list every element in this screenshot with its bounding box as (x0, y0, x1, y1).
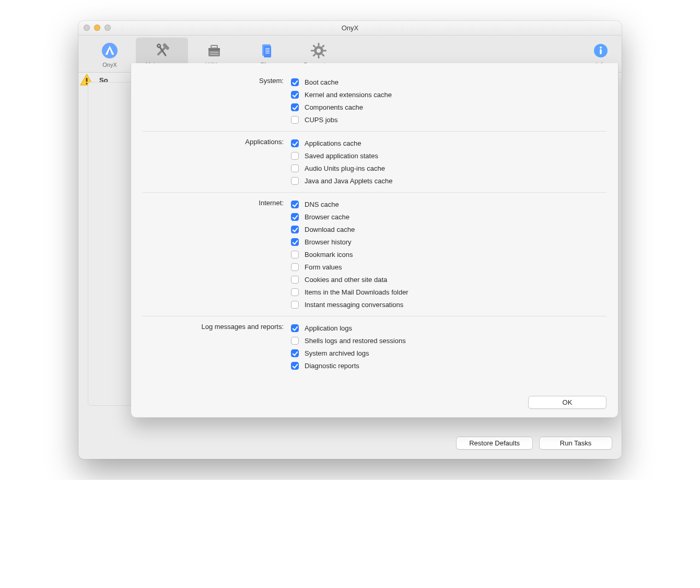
section-label: Log messages and reports: (143, 322, 289, 331)
app-window: OnyX OnyX (78, 21, 622, 459)
option-row[interactable]: Browser cache (289, 210, 606, 223)
option-label: Browser history (305, 238, 352, 246)
option-row[interactable]: Audio Units plug-ins cache (289, 162, 606, 174)
option-label: Cookies and other site data (305, 276, 387, 284)
option-checkbox[interactable] (291, 139, 299, 147)
footer-buttons: Restore Defaults Run Tasks (456, 437, 612, 450)
option-checkbox[interactable] (291, 324, 299, 332)
option-row[interactable]: Form values (289, 261, 606, 273)
svg-rect-18 (318, 43, 320, 46)
section-options: Applications cacheSaved application stat… (289, 137, 606, 187)
option-checkbox[interactable] (291, 288, 299, 296)
option-label: System archived logs (305, 349, 369, 357)
option-row[interactable]: Components cache (289, 101, 606, 113)
titlebar: OnyX (78, 21, 622, 36)
option-row[interactable]: CUPS jobs (289, 113, 606, 126)
close-window-button[interactable] (84, 25, 90, 31)
option-label: Applications cache (305, 139, 361, 147)
section: Log messages and reports:Application log… (143, 316, 606, 377)
window-title: OnyX (342, 24, 359, 32)
option-checkbox[interactable] (291, 213, 299, 221)
run-tasks-button[interactable]: Run Tasks (539, 437, 612, 450)
option-row[interactable]: Java and Java Applets cache (289, 174, 606, 187)
option-checkbox[interactable] (291, 238, 299, 246)
option-row[interactable]: Diagnostic reports (289, 359, 606, 372)
option-row[interactable]: Application logs (289, 322, 606, 334)
info-icon (585, 41, 616, 61)
ok-button[interactable]: OK (528, 396, 606, 409)
option-row[interactable]: Bookmark icons (289, 248, 606, 261)
option-checkbox[interactable] (291, 337, 299, 345)
option-row[interactable]: Cookies and other site data (289, 273, 606, 286)
option-checkbox[interactable] (291, 226, 299, 233)
onyx-icon (84, 41, 136, 61)
option-row[interactable]: Saved application states (289, 149, 606, 162)
svg-rect-29 (600, 49, 601, 54)
tools-icon (136, 41, 188, 61)
option-row[interactable]: System archived logs (289, 347, 606, 359)
options-sheet: System:Boot cacheKernel and extensions c… (131, 63, 619, 418)
option-checkbox[interactable] (291, 116, 299, 124)
option-label: Browser cache (305, 213, 349, 221)
svg-point-26 (317, 49, 321, 53)
option-checkbox[interactable] (291, 91, 299, 99)
option-row[interactable]: Browser history (289, 236, 606, 248)
svg-rect-16 (265, 53, 270, 54)
option-row[interactable]: Instant messaging conversations (289, 298, 606, 311)
option-checkbox[interactable] (291, 263, 299, 271)
option-label: Application logs (305, 324, 352, 332)
section-options: Application logsShells logs and restored… (289, 322, 606, 372)
option-row[interactable]: Boot cache (289, 76, 606, 88)
option-checkbox[interactable] (291, 301, 299, 309)
minimize-window-button[interactable] (94, 25, 100, 31)
option-checkbox[interactable] (291, 78, 299, 86)
svg-rect-19 (318, 55, 320, 58)
option-label: Shells logs and restored sessions (305, 337, 406, 345)
svg-rect-13 (265, 48, 270, 49)
option-row[interactable]: DNS cache (289, 198, 606, 210)
option-label: CUPS jobs (305, 116, 338, 124)
traffic-lights (84, 25, 111, 31)
svg-rect-21 (323, 50, 326, 52)
option-label: Form values (305, 263, 342, 271)
option-label: Boot cache (305, 78, 339, 86)
svg-point-0 (102, 43, 118, 58)
toolbar-item-onyx[interactable]: OnyX (84, 38, 136, 69)
option-label: Java and Java Applets cache (305, 177, 392, 185)
option-checkbox[interactable] (291, 362, 299, 370)
option-label: Saved application states (305, 152, 378, 160)
option-row[interactable]: Kernel and extensions cache (289, 88, 606, 101)
option-checkbox[interactable] (291, 152, 299, 160)
svg-rect-8 (211, 45, 217, 48)
svg-rect-15 (265, 51, 270, 52)
section-label: Internet: (143, 198, 289, 207)
option-row[interactable]: Shells logs and restored sessions (289, 334, 606, 347)
option-row[interactable]: Download cache (289, 223, 606, 236)
option-label: DNS cache (305, 201, 339, 208)
option-checkbox[interactable] (291, 201, 299, 208)
section-label: Applications: (143, 137, 289, 146)
option-checkbox[interactable] (291, 276, 299, 284)
section-options: DNS cacheBrowser cacheDownload cacheBrow… (289, 198, 606, 311)
zoom-window-button[interactable] (104, 25, 111, 31)
svg-rect-20 (311, 50, 314, 52)
option-checkbox[interactable] (291, 164, 299, 172)
option-label: Items in the Mail Downloads folder (305, 288, 409, 296)
option-label: Diagnostic reports (305, 362, 359, 370)
option-row[interactable]: Applications cache (289, 137, 606, 149)
section: System:Boot cacheKernel and extensions c… (143, 70, 606, 131)
section: Internet:DNS cacheBrowser cacheDownload … (143, 192, 606, 316)
option-row[interactable]: Items in the Mail Downloads folder (289, 286, 606, 298)
svg-rect-9 (210, 52, 218, 53)
option-checkbox[interactable] (291, 349, 299, 357)
option-label: Instant messaging conversations (305, 301, 403, 309)
restore-defaults-button[interactable]: Restore Defaults (456, 437, 533, 450)
gear-icon (293, 41, 345, 61)
toolbox-icon (188, 41, 240, 61)
sheet-footer: OK (143, 377, 606, 409)
option-checkbox[interactable] (291, 177, 299, 185)
option-checkbox[interactable] (291, 251, 299, 258)
option-label: Bookmark icons (305, 251, 353, 258)
svg-rect-10 (210, 54, 218, 55)
option-checkbox[interactable] (291, 103, 299, 111)
